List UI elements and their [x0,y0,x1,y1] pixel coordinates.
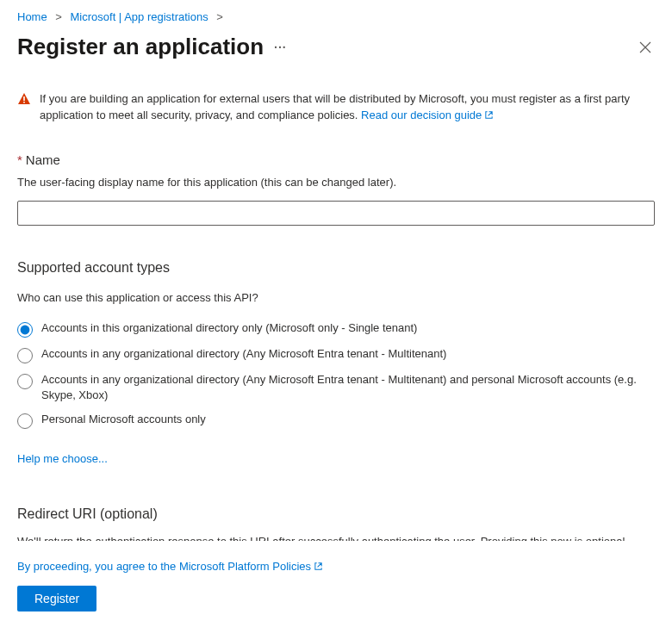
account-types-radio-group: Accounts in this organizational director… [17,316,655,433]
decision-guide-link[interactable]: Read our decision guide [361,109,494,121]
svg-rect-0 [23,96,25,101]
name-input[interactable] [17,201,655,226]
external-link-icon [314,561,323,574]
account-type-option-multitenant-personal[interactable]: Accounts in any organizational directory… [17,368,655,407]
breadcrumb-app-registrations[interactable]: Microsoft | App registrations [71,10,208,23]
more-icon[interactable]: ··· [274,40,287,54]
close-icon [639,41,651,53]
radio-label[interactable]: Accounts in any organizational directory… [41,346,446,362]
radio-label[interactable]: Accounts in this organizational director… [41,320,417,336]
page-header: Register an application ··· [0,30,672,69]
account-type-option-multitenant[interactable]: Accounts in any organizational directory… [17,342,655,368]
radio-label[interactable]: Accounts in any organizational directory… [41,372,655,403]
radio-label[interactable]: Personal Microsoft accounts only [41,412,206,427]
warning-icon [17,92,31,125]
page-title-wrap: Register an application ··· [17,34,287,60]
close-button[interactable] [636,38,655,57]
radio-multitenant-personal[interactable] [17,374,33,389]
external-link-icon [484,109,494,125]
account-type-option-single-tenant[interactable]: Accounts in this organizational director… [17,316,655,342]
account-type-option-personal-only[interactable]: Personal Microsoft accounts only [17,407,655,433]
redirect-uri-heading: Redirect URI (optional) [17,506,655,522]
breadcrumb: Home > Microsoft | App registrations > [0,0,672,30]
radio-personal-only[interactable] [17,413,33,429]
breadcrumb-home[interactable]: Home [17,10,47,23]
help-me-choose-link[interactable]: Help me choose... [17,452,108,465]
platform-policies-link[interactable]: By proceeding, you agree to the Microsof… [17,560,323,573]
redirect-uri-description: We'll return the authentication response… [17,534,655,541]
account-types-heading: Supported account types [17,260,655,276]
required-asterisk-icon: * [17,152,22,167]
register-button[interactable]: Register [17,586,96,611]
chevron-right-icon: > [216,10,223,23]
footer: By proceeding, you agree to the Microsof… [0,547,672,627]
banner-text-wrap: If you are building an application for e… [40,91,655,125]
banner-text: If you are building an application for e… [40,92,630,121]
page-title: Register an application [17,34,264,60]
name-description: The user-facing display name for this ap… [17,176,655,189]
chevron-right-icon: > [55,10,62,23]
svg-rect-1 [23,102,25,103]
radio-multitenant[interactable] [17,348,33,363]
radio-single-tenant[interactable] [17,322,33,338]
account-types-question: Who can use this application or access t… [17,291,655,304]
form-scroll-area[interactable]: If you are building an application for e… [0,74,672,541]
info-banner: If you are building an application for e… [17,74,655,133]
name-label: *Name [17,152,655,167]
